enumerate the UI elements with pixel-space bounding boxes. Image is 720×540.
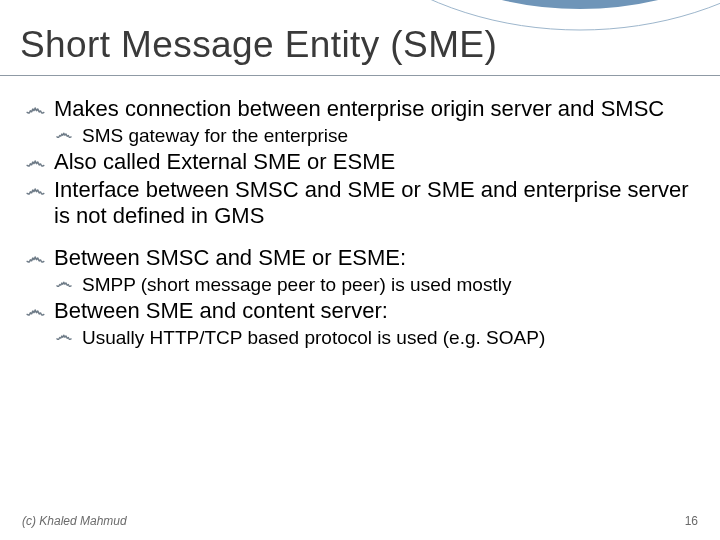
bullet-2: ෴ Also called External SME or ESME (22, 149, 698, 176)
bullet-3: ෴ Interface between SMSC and SME or SME … (22, 177, 698, 231)
swirl-icon: ෴ (26, 298, 45, 322)
footer-copyright: (c) Khaled Mahmud (22, 514, 127, 528)
swirl-icon: ෴ (26, 149, 45, 173)
bullet-1: ෴ Makes connection between enterprise or… (22, 96, 698, 123)
swirl-icon: ෴ (56, 325, 72, 346)
bullet-4a: ෴ SMPP (short message peer to peer) is u… (22, 273, 698, 297)
bullet-1a: ෴ SMS gateway for the enterprise (22, 124, 698, 148)
swirl-icon: ෴ (56, 123, 72, 144)
bullet-5a: ෴ Usually HTTP/TCP based protocol is use… (22, 326, 698, 350)
bullet-5: ෴ Between SME and content server: (22, 298, 698, 325)
slide-title: Short Message Entity (SME) (20, 24, 497, 66)
bullet-text: Makes connection between enterprise orig… (54, 96, 664, 121)
bullet-4: ෴ Between SMSC and SME or ESME: (22, 245, 698, 272)
bullet-text: SMS gateway for the enterprise (82, 125, 348, 146)
swirl-icon: ෴ (56, 272, 72, 293)
swirl-icon: ෴ (26, 177, 45, 201)
bullet-text: Also called External SME or ESME (54, 149, 395, 174)
swirl-icon: ෴ (26, 245, 45, 269)
bullet-text: Interface between SMSC and SME or SME an… (54, 177, 689, 229)
slide-body: ෴ Makes connection between enterprise or… (22, 96, 698, 351)
bullet-text: Usually HTTP/TCP based protocol is used … (82, 327, 545, 348)
title-underline (0, 75, 720, 76)
bullet-text: Between SMSC and SME or ESME: (54, 245, 406, 270)
slide-number: 16 (685, 514, 698, 528)
bullet-text: SMPP (short message peer to peer) is use… (82, 274, 511, 295)
swirl-icon: ෴ (26, 96, 45, 120)
bullet-text: Between SME and content server: (54, 298, 388, 323)
